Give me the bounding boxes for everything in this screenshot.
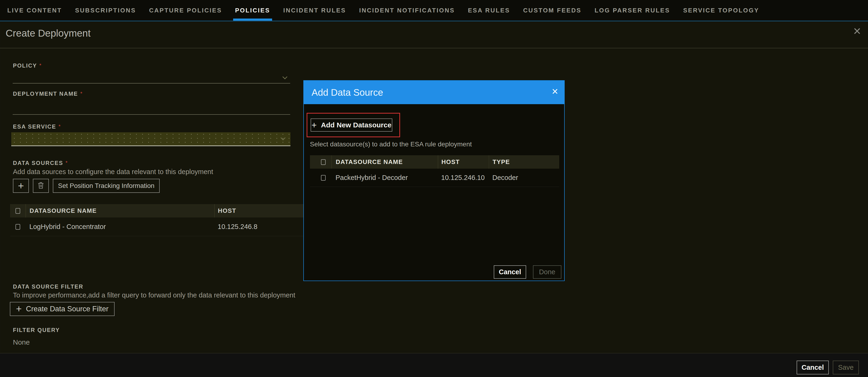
type-cell: Decoder	[489, 174, 559, 181]
nav-item-incident-notifications[interactable]: INCIDENT NOTIFICATIONS	[359, 0, 455, 21]
policy-field-underline[interactable]	[13, 83, 290, 83]
datasource-name-header: DATASOURCE NAME	[332, 155, 438, 169]
delete-datasource-button[interactable]	[33, 179, 49, 193]
host-cell: 10.125.246.8	[214, 223, 303, 231]
datasource-name-header: DATASOURCE NAME	[26, 204, 214, 217]
datasource-name-cell: PacketHybrid - Decoder	[332, 174, 438, 181]
deployment-name-label: DEPLOYMENT NAME*	[13, 91, 83, 97]
create-deployment-screen: LIVE CONTENT SUBSCRIPTIONS CAPTURE POLIC…	[0, 0, 868, 377]
row-checkbox[interactable]	[16, 224, 20, 230]
add-new-datasource-button[interactable]: + Add New Datasource	[311, 118, 392, 132]
esa-service-label: ESA SERVICE*	[13, 124, 61, 130]
row-checkbox-cell	[10, 224, 26, 230]
trash-icon	[37, 181, 45, 191]
deployment-name-field-underline[interactable]	[13, 114, 290, 115]
type-header: TYPE	[489, 155, 559, 169]
required-mark: *	[58, 124, 61, 129]
chevron-down-icon	[282, 74, 287, 79]
data-sources-label: DATA SOURCES*	[13, 160, 68, 166]
modal-close-icon[interactable]: ×	[552, 86, 558, 97]
title-divider	[0, 48, 868, 48]
policy-label: POLICY*	[13, 62, 41, 69]
table-header-row: DATASOURCE NAME HOST	[10, 204, 303, 217]
required-mark: *	[39, 62, 41, 68]
header-checkbox-cell	[310, 155, 332, 169]
modal-title: Add Data Source	[304, 87, 383, 98]
nav-item-capture-policies[interactable]: CAPTURE POLICIES	[149, 0, 222, 21]
nav-item-esa-rules[interactable]: ESA RULES	[468, 0, 510, 21]
data-sources-table: DATASOURCE NAME HOST LogHybrid - Concent…	[10, 204, 303, 236]
data-sources-description: Add data sources to configure the data r…	[13, 168, 213, 176]
data-source-filter-label: DATA SOURCE FILTER	[13, 283, 83, 290]
select-all-checkbox[interactable]	[16, 208, 20, 214]
modal-footer-buttons: Cancel Done	[494, 265, 561, 279]
select-all-checkbox[interactable]	[321, 159, 326, 165]
create-filter-label: Create Data Source Filter	[26, 305, 108, 313]
filter-query-label: FILTER QUERY	[13, 327, 60, 333]
header-checkbox-cell	[10, 204, 26, 217]
set-position-tracking-button[interactable]: Set Position Tracking Information	[53, 179, 160, 193]
footer-buttons: Cancel Save	[797, 361, 859, 374]
add-data-source-modal: Add Data Source × + Add New Datasource S…	[303, 80, 565, 281]
datasource-name-cell: LogHybrid - Concentrator	[26, 223, 214, 231]
filter-query-value: None	[13, 338, 30, 346]
required-mark: *	[65, 160, 68, 166]
host-header: HOST	[438, 155, 489, 169]
top-nav: LIVE CONTENT SUBSCRIPTIONS CAPTURE POLIC…	[0, 0, 868, 21]
data-sources-toolbar: + Set Position Tracking Information	[13, 179, 160, 193]
page-close-icon[interactable]: ×	[853, 24, 861, 38]
row-checkbox[interactable]	[321, 175, 326, 181]
nav-item-incident-rules[interactable]: INCIDENT RULES	[283, 0, 346, 21]
data-source-filter-description: To improve performance,add a filter quer…	[13, 292, 296, 299]
modal-datasource-table: DATASOURCE NAME HOST TYPE PacketHybrid -…	[310, 155, 559, 187]
nav-item-live-content[interactable]: LIVE CONTENT	[7, 0, 62, 21]
page-title: Create Deployment	[6, 28, 91, 39]
row-checkbox-cell	[310, 175, 332, 181]
plus-icon: +	[18, 181, 24, 191]
nav-item-subscriptions[interactable]: SUBSCRIPTIONS	[75, 0, 136, 21]
chevron-down-icon	[281, 136, 285, 140]
modal-description: Select datasource(s) to add to the ESA r…	[310, 140, 472, 148]
host-cell: 10.125.246.10	[438, 174, 489, 181]
nav-item-policies[interactable]: POLICIES	[235, 0, 270, 21]
table-row[interactable]: LogHybrid - Concentrator 10.125.246.8	[10, 217, 303, 236]
modal-done-button[interactable]: Done	[533, 265, 561, 279]
nav-item-log-parser-rules[interactable]: LOG PARSER RULES	[594, 0, 670, 21]
add-datasource-button[interactable]: +	[13, 179, 29, 193]
host-header: HOST	[214, 204, 303, 217]
required-mark: *	[80, 91, 83, 96]
page-footer: Cancel Save	[0, 353, 868, 377]
plus-icon: +	[312, 121, 317, 130]
policy-dropdown[interactable]	[283, 75, 287, 79]
add-new-datasource-label: Add New Datasource	[321, 121, 392, 129]
modal-cancel-button[interactable]: Cancel	[494, 265, 526, 279]
create-data-source-filter-button[interactable]: + Create Data Source Filter	[10, 302, 115, 316]
plus-icon: +	[16, 304, 22, 314]
esa-service-dropdown[interactable]	[11, 132, 290, 146]
table-header-row: DATASOURCE NAME HOST TYPE	[310, 155, 559, 169]
nav-item-service-topology[interactable]: SERVICE TOPOLOGY	[683, 0, 759, 21]
cancel-button[interactable]: Cancel	[797, 361, 829, 374]
nav-item-custom-feeds[interactable]: CUSTOM FEEDS	[523, 0, 581, 21]
modal-header: Add Data Source ×	[304, 81, 564, 104]
save-button[interactable]: Save	[833, 361, 859, 374]
table-row[interactable]: PacketHybrid - Decoder 10.125.246.10 Dec…	[310, 169, 559, 187]
